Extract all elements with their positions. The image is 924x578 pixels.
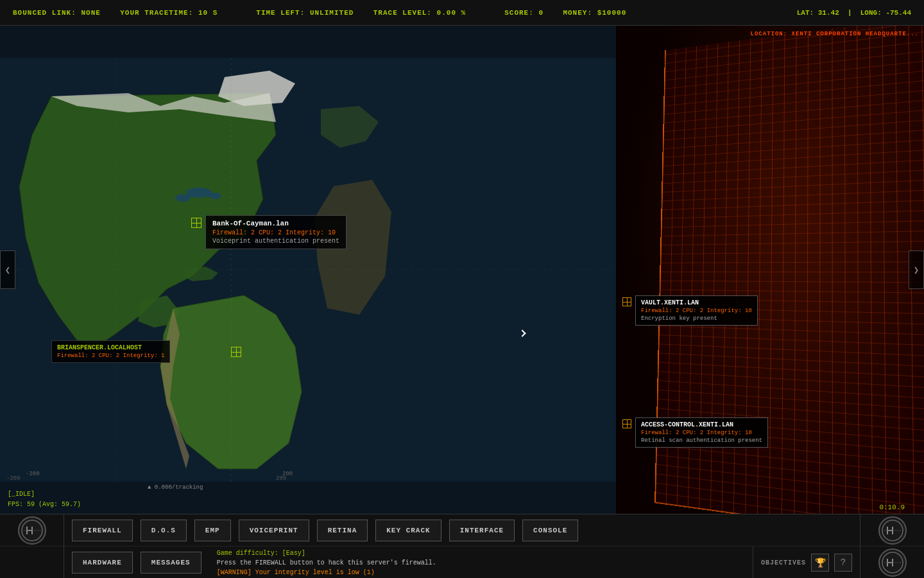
logo-right-2-svg bbox=[881, 551, 904, 574]
bounced-link: Bounced link: NONE Your Tracetime: 10 S bbox=[13, 9, 218, 17]
tracking-label: ▲ 0.000/tracking bbox=[148, 484, 203, 491]
coordinates: LAT: 31.42 | LONG: -75.44 bbox=[797, 9, 911, 17]
interface-button[interactable]: INTERFACE bbox=[449, 520, 515, 541]
action-buttons-row1: FIREWALL D.O.S EMP VOICEPRINT RETINA KEY… bbox=[64, 520, 586, 541]
trophy-button[interactable]: 🏆 bbox=[811, 554, 829, 572]
brianspencer-name: BRIANSPENCER.LOCALHOST bbox=[57, 344, 164, 351]
svg-point-3 bbox=[209, 193, 221, 199]
game-timer: 0:10.9 bbox=[879, 504, 905, 511]
message-area: Game difficulty: [Easy] Press the FIREWA… bbox=[209, 546, 753, 579]
bank-cayman-name: Bank-Of-Cayman.lan bbox=[212, 220, 339, 227]
fps-display: FPS: 59 (Avg: 59.7) bbox=[8, 500, 81, 510]
svg-text:-200: -200 bbox=[26, 471, 40, 477]
logo-right-icon bbox=[878, 516, 907, 545]
access-control-name: ACCESS-CONTROL.XENTI.LAN bbox=[641, 421, 762, 428]
message-line-2: Press the FIREWALL button to hack this s… bbox=[217, 558, 745, 568]
hardware-button[interactable]: HARDWARE bbox=[72, 552, 133, 574]
logo-right-2-icon bbox=[878, 548, 907, 577]
bank-cayman-desc: Voiceprint authentication present bbox=[212, 238, 339, 245]
toolbar-row2: HARDWARE MESSAGES Game difficulty: [Easy… bbox=[0, 547, 924, 578]
toolbar-logo-left-2 bbox=[0, 547, 64, 578]
svg-point-1 bbox=[186, 188, 212, 198]
access-control-stats: Firewall: 2 CPU: 2 Integrity: 10 bbox=[641, 430, 762, 436]
objectives-area: OBJECTIVES 🏆 ? bbox=[753, 547, 860, 578]
logo-icon bbox=[18, 516, 46, 545]
scale-x-neg: -200 bbox=[6, 475, 21, 482]
left-nav-arrow[interactable]: ❮ bbox=[0, 250, 15, 289]
node-brianspencer[interactable]: BRIANSPENCER.LOCALHOST Firewall: 2 CPU: … bbox=[51, 340, 170, 363]
action-buttons-row2: HARDWARE MESSAGES bbox=[64, 552, 209, 574]
location-label: LOCATION: XENTI CORPORATION HEADQUARTE..… bbox=[751, 31, 919, 37]
access-control-tooltip: ACCESS-CONTROL.XENTI.LAN Firewall: 2 CPU… bbox=[635, 417, 768, 448]
bank-cayman-stats: Firewall: 2 CPU: 2 Integrity: 10 bbox=[212, 229, 339, 236]
messages-button[interactable]: MESSAGES bbox=[141, 552, 201, 574]
idle-status: [_IDLE] bbox=[8, 489, 81, 500]
retina-button[interactable]: RETINA bbox=[317, 520, 368, 541]
access-control-desc: Retinal scan authentication present bbox=[641, 437, 762, 444]
node-bank-cayman[interactable]: Bank-Of-Cayman.lan Firewall: 2 CPU: 2 In… bbox=[191, 215, 346, 249]
message-line-3: [WARNING] Your integrity level is low (1… bbox=[217, 568, 745, 577]
top-hud: Bounced link: NONE Your Tracetime: 10 S … bbox=[0, 0, 924, 26]
logo-svg bbox=[21, 519, 44, 542]
dos-button[interactable]: D.O.S bbox=[141, 520, 187, 541]
objectives-label: OBJECTIVES bbox=[761, 559, 806, 566]
firewall-button[interactable]: FIREWALL bbox=[72, 520, 133, 541]
vault-tooltip: VAULT.XENTI.LAN Firewall: 2 CPU: 2 Integ… bbox=[635, 295, 758, 326]
vault-name: VAULT.XENTI.LAN bbox=[641, 299, 752, 306]
message-line-1: Game difficulty: [Easy] bbox=[217, 548, 745, 558]
main-content: -200 200 ❮ Bank-Of-Cayman.lan Firewall: … bbox=[0, 26, 924, 514]
toolbar-row1: FIREWALL D.O.S EMP VOICEPRINT RETINA KEY… bbox=[0, 514, 924, 547]
bank-cayman-tooltip: Bank-Of-Cayman.lan Firewall: 2 CPU: 2 In… bbox=[205, 215, 346, 249]
brianspencer-stats: Firewall: 2 CPU: 2 Integrity: 1 bbox=[57, 353, 164, 359]
console-button[interactable]: CONSOLE bbox=[522, 520, 578, 541]
time-left: Time left: UNLIMITED Trace level: 0.00 % bbox=[256, 9, 466, 17]
svg-point-2 bbox=[175, 194, 191, 202]
world-map: -200 200 bbox=[0, 26, 616, 514]
toolbar-logo-right bbox=[860, 514, 924, 547]
right-panel: LOCATION: XENTI CORPORATION HEADQUARTE..… bbox=[616, 26, 924, 514]
vault-desc: Encryption key present bbox=[641, 315, 752, 322]
toolbar-logo-left bbox=[0, 514, 64, 547]
key-crack-button[interactable]: KEY CRACK bbox=[375, 520, 441, 541]
bottom-toolbar: FIREWALL D.O.S EMP VOICEPRINT RETINA KEY… bbox=[0, 514, 924, 578]
map-panel[interactable]: -200 200 ❮ Bank-Of-Cayman.lan Firewall: … bbox=[0, 26, 616, 514]
node-access-control[interactable]: ACCESS-CONTROL.XENTI.LAN Firewall: 2 CPU… bbox=[616, 417, 768, 448]
toolbar-logo-right-2 bbox=[860, 547, 924, 578]
right-nav-arrow[interactable]: ❯ bbox=[909, 250, 924, 289]
help-button[interactable]: ? bbox=[834, 554, 852, 572]
logo-right-svg bbox=[881, 519, 904, 542]
score: Score: 0 Money: $10000 bbox=[504, 9, 626, 17]
voiceprint-button[interactable]: VOICEPRINT bbox=[239, 520, 309, 541]
trophy-icon: 🏆 bbox=[815, 557, 826, 568]
vault-stats: Firewall: 2 CPU: 2 Integrity: 10 bbox=[641, 308, 752, 314]
help-icon: ? bbox=[841, 557, 846, 568]
scale-x-pos: 200 bbox=[276, 475, 286, 482]
emp-button[interactable]: EMP bbox=[194, 520, 231, 541]
status-bar: [_IDLE] FPS: 59 (Avg: 59.7) bbox=[0, 486, 89, 514]
node-vault[interactable]: VAULT.XENTI.LAN Firewall: 2 CPU: 2 Integ… bbox=[616, 295, 758, 326]
